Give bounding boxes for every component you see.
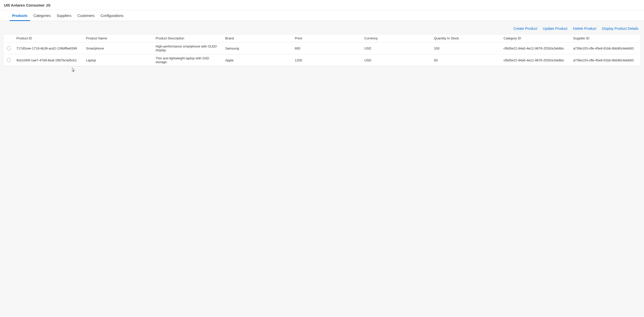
radio-icon[interactable] <box>7 46 11 50</box>
tab-categories[interactable]: Categories <box>31 10 54 21</box>
table-row[interactable]: 9cb104f4-1ae7-47d9-8eaf-2867bc4d5cb1 Lap… <box>3 54 641 66</box>
tab-configurations[interactable]: Configurations <box>97 10 126 21</box>
cell-price: 1200 <box>293 54 362 66</box>
cell-category-id: cf8d5e22-84a5-4e12-9676-2f292e2eb6bc <box>502 42 571 54</box>
column-header-currency[interactable]: Currency <box>362 34 432 42</box>
cell-product-description: Thin and lightweight laptop with SSD sto… <box>154 54 223 66</box>
display-product-details-button[interactable]: Display Product Details <box>601 26 639 32</box>
row-select-cell[interactable] <box>3 54 14 66</box>
cell-product-name: Smartphone <box>84 42 154 54</box>
cell-brand: Apple <box>223 54 293 66</box>
page-header: UI5 Antares Consumer JS <box>0 0 644 10</box>
cell-supplier-id: a736e103-cffe-45e8-81bb-8bb90c4ebb63 <box>571 42 641 54</box>
column-header-product-name[interactable]: Product Name <box>84 34 154 42</box>
radio-icon[interactable] <box>7 58 11 62</box>
cell-price: 800 <box>293 42 362 54</box>
column-header-product-description[interactable]: Product Description <box>154 34 223 42</box>
cell-supplier-id: a736e103-cffe-45e8-81bb-8bb90c4ebb63 <box>571 54 641 66</box>
column-header-brand[interactable]: Brand <box>223 34 293 42</box>
cell-quantity-in-stock: 100 <box>432 42 502 54</box>
column-header-select <box>3 34 14 42</box>
tab-customers[interactable]: Customers <box>75 10 98 21</box>
column-header-product-id[interactable]: Product ID <box>14 34 84 42</box>
cell-quantity-in-stock: 50 <box>432 54 502 66</box>
delete-product-button[interactable]: Delete Product <box>573 26 597 32</box>
cell-brand: Samsung <box>223 42 293 54</box>
tab-products[interactable]: Products <box>9 10 31 21</box>
column-header-price[interactable]: Price <box>293 34 362 42</box>
page-title: UI5 Antares Consumer JS <box>4 3 640 7</box>
column-header-quantity-in-stock[interactable]: Quantity In Stock <box>432 34 502 42</box>
cell-product-description: High-performance smartphone with OLED di… <box>154 42 223 54</box>
update-product-button[interactable]: Update Product <box>542 26 568 32</box>
content-area: Create Product Update Product Delete Pro… <box>0 21 644 316</box>
row-select-cell[interactable] <box>3 42 14 54</box>
create-product-button[interactable]: Create Product <box>513 26 538 32</box>
cell-product-id: 717d5cee-1719-4b38-acd2-139bff6e8399 <box>14 42 84 54</box>
products-table: Product ID Product Name Product Descript… <box>3 34 641 66</box>
cell-category-id: cf8d5e22-84a5-4e12-9676-2f292e2eb6bc <box>502 54 571 66</box>
toolbar: Create Product Update Product Delete Pro… <box>3 24 641 34</box>
cell-product-name: Laptop <box>84 54 154 66</box>
cell-currency: USD <box>362 42 432 54</box>
cell-currency: USD <box>362 54 432 66</box>
table-header-row: Product ID Product Name Product Descript… <box>3 34 641 42</box>
tabs-bar: Products Categories Suppliers Customers … <box>0 10 644 21</box>
cell-product-id: 9cb104f4-1ae7-47d9-8eaf-2867bc4d5cb1 <box>14 54 84 66</box>
tab-suppliers[interactable]: Suppliers <box>54 10 74 21</box>
column-header-category-id[interactable]: Category ID <box>502 34 571 42</box>
table-row[interactable]: 717d5cee-1719-4b38-acd2-139bff6e8399 Sma… <box>3 42 641 54</box>
column-header-supplier-id[interactable]: Supplier ID <box>571 34 641 42</box>
